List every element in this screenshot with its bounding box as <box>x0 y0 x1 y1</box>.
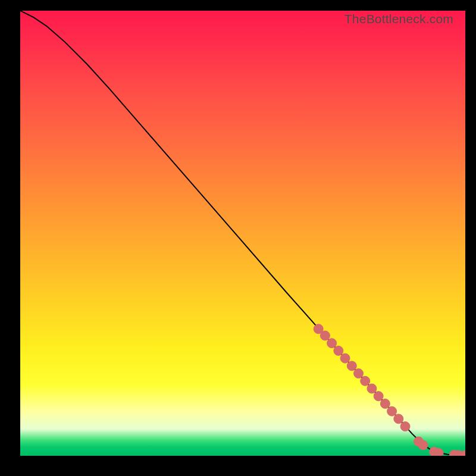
marker-group <box>314 324 465 456</box>
data-point <box>394 414 403 424</box>
data-point <box>367 384 377 393</box>
data-point <box>340 353 350 363</box>
data-point <box>380 399 390 408</box>
data-point <box>320 331 330 340</box>
data-point <box>327 339 337 348</box>
data-point <box>418 440 428 450</box>
data-point <box>434 449 443 456</box>
chart-frame: TheBottleneck.com <box>0 0 476 476</box>
curve-line <box>20 11 465 455</box>
data-point <box>374 392 383 401</box>
plot-area: TheBottleneck.com <box>20 11 465 456</box>
chart-overlay <box>20 11 465 456</box>
data-point <box>347 361 356 371</box>
data-point <box>400 422 410 431</box>
data-point <box>334 346 343 355</box>
data-point <box>361 376 370 386</box>
data-point <box>353 369 363 378</box>
data-point <box>387 406 397 416</box>
